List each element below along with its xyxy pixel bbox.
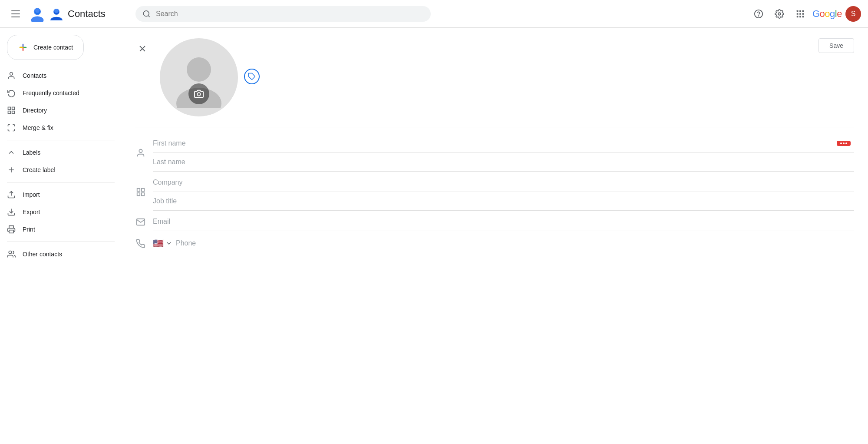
other-contacts-label: Other contacts <box>23 251 62 258</box>
user-avatar[interactable]: S <box>845 6 861 22</box>
svg-rect-28 <box>8 111 11 114</box>
svg-rect-45 <box>142 193 144 195</box>
sidebar-item-print[interactable]: Print <box>0 221 115 238</box>
sidebar-item-frequently-contacted[interactable]: Frequently contacted <box>0 84 115 102</box>
sidebar-item-directory-label: Directory <box>23 107 47 114</box>
svg-point-38 <box>187 57 211 82</box>
search-icon <box>142 10 151 18</box>
svg-rect-27 <box>12 107 15 110</box>
phone-input[interactable] <box>176 233 854 254</box>
svg-rect-15 <box>797 13 799 15</box>
labels-header-label: Labels <box>23 149 40 156</box>
sidebar-item-export[interactable]: Export <box>0 203 115 221</box>
sidebar-item-merge-fix[interactable]: Merge & fix <box>0 119 115 136</box>
header-actions: Google S <box>750 5 861 23</box>
email-row <box>135 212 854 231</box>
sidebar-divider-2 <box>7 182 115 182</box>
label-tag-icon <box>248 73 256 80</box>
directory-icon <box>7 106 16 115</box>
apps-button[interactable] <box>792 5 809 23</box>
add-label-button[interactable] <box>244 69 260 84</box>
contacts-logo-icon <box>30 6 45 22</box>
form-header <box>135 38 854 116</box>
camera-icon <box>194 89 204 99</box>
name-fields <box>153 134 854 172</box>
content-area: Save <box>122 28 868 444</box>
svg-rect-42 <box>137 189 140 191</box>
print-label: Print <box>23 226 35 233</box>
first-name-input[interactable] <box>153 134 854 152</box>
close-button[interactable] <box>135 42 149 58</box>
sidebar-item-directory[interactable]: Directory <box>0 102 115 119</box>
sidebar-divider-3 <box>7 242 115 242</box>
merge-icon <box>7 123 16 132</box>
search-input[interactable] <box>156 10 424 18</box>
sidebar-item-import[interactable]: Import <box>0 186 115 203</box>
main-layout: Create contact Contacts Frequently conta… <box>0 28 868 444</box>
create-label-label: Create label <box>23 166 56 173</box>
sidebar: Create contact Contacts Frequently conta… <box>0 28 122 444</box>
contacts-app-icon <box>49 6 64 22</box>
job-title-wrap <box>153 192 854 211</box>
email-input[interactable] <box>153 212 854 231</box>
gear-icon <box>775 9 784 19</box>
phone-field-icon <box>135 239 146 249</box>
svg-point-1 <box>31 16 44 22</box>
company-input[interactable] <box>153 173 854 192</box>
app-title: Contacts <box>68 8 106 20</box>
sidebar-item-other-contacts[interactable]: Other contacts <box>0 245 115 263</box>
svg-point-41 <box>139 149 142 152</box>
svg-rect-19 <box>799 16 801 17</box>
svg-point-3 <box>35 8 40 13</box>
labels-header[interactable]: Labels <box>0 144 122 161</box>
form-fields: 🇺🇸 <box>135 134 854 254</box>
svg-rect-20 <box>802 16 804 17</box>
import-label: Import <box>23 191 40 198</box>
plus-icon <box>7 166 16 174</box>
settings-button[interactable] <box>771 5 788 23</box>
person-form-icon <box>136 148 145 158</box>
dropdown-arrow-icon <box>165 240 172 247</box>
svg-point-7 <box>143 10 149 16</box>
import-icon <box>7 190 16 199</box>
name-extra-button[interactable] <box>837 141 851 146</box>
app-header: Contacts <box>0 0 868 28</box>
help-button[interactable] <box>750 5 767 23</box>
svg-point-6 <box>54 9 59 13</box>
job-title-input[interactable] <box>153 192 854 210</box>
phone-icon <box>136 239 145 249</box>
save-button[interactable]: Save <box>818 38 854 53</box>
sidebar-divider-1 <box>7 140 115 140</box>
company-field-icon <box>135 187 146 197</box>
export-label: Export <box>23 209 40 215</box>
sidebar-item-contacts-label: Contacts <box>23 72 46 79</box>
create-contact-button[interactable]: Create contact <box>7 35 84 60</box>
person-field-icon <box>135 148 146 158</box>
change-photo-button[interactable] <box>188 83 209 104</box>
last-name-input[interactable] <box>153 153 854 171</box>
other-contacts-icon <box>7 250 16 258</box>
email-wrap <box>153 212 854 231</box>
company-wrap <box>153 173 854 192</box>
phone-country-selector[interactable]: 🇺🇸 <box>153 233 172 254</box>
header-left: Contacts <box>7 5 129 23</box>
svg-rect-29 <box>12 111 15 114</box>
apps-grid-icon <box>795 9 805 19</box>
avatar-upload-area[interactable] <box>160 38 238 116</box>
phone-row: 🇺🇸 <box>135 233 854 254</box>
sidebar-item-contacts[interactable]: Contacts <box>0 67 115 84</box>
email-field-group <box>153 212 854 231</box>
svg-rect-44 <box>137 193 140 195</box>
app-logo: Contacts <box>30 6 106 22</box>
create-contact-label: Create contact <box>33 44 73 51</box>
svg-rect-26 <box>8 107 11 110</box>
svg-line-8 <box>148 15 149 17</box>
svg-rect-14 <box>802 10 804 12</box>
sidebar-item-merge-label: Merge & fix <box>23 124 53 131</box>
create-label-item[interactable]: Create label <box>0 161 122 179</box>
company-row <box>135 173 854 211</box>
company-fields <box>153 173 854 211</box>
building-icon <box>136 187 145 197</box>
menu-button[interactable] <box>7 5 24 23</box>
svg-rect-12 <box>797 10 799 12</box>
